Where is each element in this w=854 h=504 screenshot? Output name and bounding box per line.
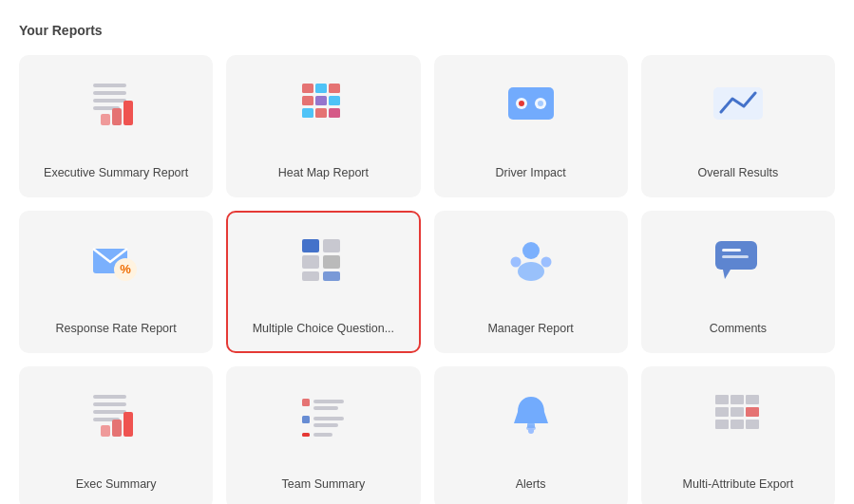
svg-rect-47 <box>313 400 344 403</box>
svg-point-56 <box>528 428 534 434</box>
svg-point-18 <box>519 101 524 106</box>
svg-rect-60 <box>715 407 729 417</box>
svg-rect-16 <box>508 87 554 120</box>
svg-rect-37 <box>722 249 741 252</box>
svg-rect-59 <box>746 395 759 404</box>
svg-rect-46 <box>302 399 310 406</box>
comments-label: Comments <box>710 321 767 336</box>
svg-rect-0 <box>93 84 126 87</box>
svg-rect-63 <box>715 420 729 429</box>
driver-impact-icon <box>498 76 564 133</box>
manager-report-icon <box>498 232 564 289</box>
multi-attribute-export-label: Multi-Attribute Export <box>683 476 794 492</box>
team-summary-icon <box>290 387 356 444</box>
svg-rect-65 <box>746 420 759 429</box>
svg-rect-30 <box>323 271 340 281</box>
svg-rect-57 <box>715 395 729 404</box>
multiple-choice-question-icon <box>290 232 356 289</box>
driver-impact-label: Driver Impact <box>495 165 565 180</box>
response-rate-report-label: Response Rate Report <box>56 321 177 336</box>
svg-rect-5 <box>123 101 133 125</box>
page-title: Your Reports <box>19 23 835 38</box>
exec-summary-label: Exec Summary <box>76 476 157 492</box>
card-team-summary[interactable]: Team Summary <box>226 366 420 504</box>
svg-rect-43 <box>112 420 122 437</box>
card-multiple-choice-question[interactable]: Multiple Choice Question... <box>226 211 420 353</box>
svg-point-33 <box>510 257 521 268</box>
reports-grid: Executive Summary Report Heat Map Report… <box>19 55 835 504</box>
svg-rect-25 <box>302 239 319 252</box>
svg-rect-38 <box>722 255 749 258</box>
svg-rect-62 <box>746 407 759 417</box>
response-rate-report-icon: % <box>83 232 149 289</box>
manager-report-label: Manager Report <box>487 321 573 336</box>
svg-rect-26 <box>323 239 340 252</box>
svg-rect-28 <box>323 255 340 269</box>
heat-map-report-label: Heat Map Report <box>278 165 369 180</box>
svg-rect-6 <box>101 114 110 125</box>
svg-rect-40 <box>93 402 126 406</box>
svg-rect-41 <box>93 410 126 414</box>
svg-rect-52 <box>302 433 310 437</box>
svg-rect-61 <box>731 407 744 417</box>
card-comments[interactable]: Comments <box>641 211 835 353</box>
svg-rect-10 <box>302 96 313 105</box>
svg-point-20 <box>538 101 543 106</box>
heat-map-report-icon <box>290 76 356 133</box>
overall-results-icon <box>705 76 771 133</box>
svg-rect-8 <box>315 84 327 93</box>
alerts-label: Alerts <box>516 476 546 492</box>
svg-rect-13 <box>302 108 313 118</box>
svg-rect-2 <box>93 99 126 103</box>
svg-rect-15 <box>329 108 340 118</box>
card-overall-results[interactable]: Overall Results <box>641 55 835 197</box>
svg-rect-51 <box>313 423 338 427</box>
card-executive-summary-report[interactable]: Executive Summary Report <box>19 55 213 197</box>
svg-rect-27 <box>302 255 319 269</box>
svg-rect-9 <box>329 84 340 93</box>
multiple-choice-question-label: Multiple Choice Question... <box>253 321 394 336</box>
comments-icon <box>705 232 771 289</box>
svg-rect-49 <box>302 416 310 423</box>
svg-rect-12 <box>329 96 340 105</box>
team-summary-label: Team Summary <box>282 476 366 492</box>
svg-text:%: % <box>120 262 131 276</box>
alerts-icon <box>498 387 564 444</box>
svg-rect-4 <box>112 108 122 125</box>
exec-summary-icon <box>83 387 149 444</box>
svg-rect-14 <box>315 108 327 118</box>
svg-rect-53 <box>313 433 332 437</box>
card-driver-impact[interactable]: Driver Impact <box>434 55 628 197</box>
svg-rect-1 <box>93 91 126 95</box>
svg-rect-29 <box>302 271 319 281</box>
executive-summary-report-label: Executive Summary Report <box>44 165 188 180</box>
svg-rect-45 <box>101 425 110 437</box>
card-response-rate-report[interactable]: % Response Rate Report <box>19 211 213 353</box>
svg-point-32 <box>518 262 544 281</box>
svg-rect-58 <box>731 395 744 404</box>
svg-rect-48 <box>313 406 338 410</box>
card-manager-report[interactable]: Manager Report <box>434 211 628 353</box>
multi-attribute-export-icon <box>705 387 771 444</box>
svg-point-34 <box>541 257 551 268</box>
svg-point-31 <box>522 242 540 259</box>
card-heat-map-report[interactable]: Heat Map Report <box>226 55 420 197</box>
executive-summary-report-icon <box>83 76 149 133</box>
svg-rect-50 <box>313 417 344 420</box>
card-exec-summary[interactable]: Exec Summary <box>19 366 213 504</box>
svg-rect-44 <box>123 412 133 437</box>
svg-rect-64 <box>731 420 744 429</box>
card-multi-attribute-export[interactable]: Multi-Attribute Export <box>641 366 835 504</box>
card-alerts[interactable]: Alerts <box>434 366 628 504</box>
svg-marker-36 <box>723 270 731 279</box>
svg-rect-39 <box>93 395 126 399</box>
svg-rect-11 <box>315 96 327 105</box>
overall-results-label: Overall Results <box>698 165 779 180</box>
svg-rect-7 <box>302 84 313 93</box>
